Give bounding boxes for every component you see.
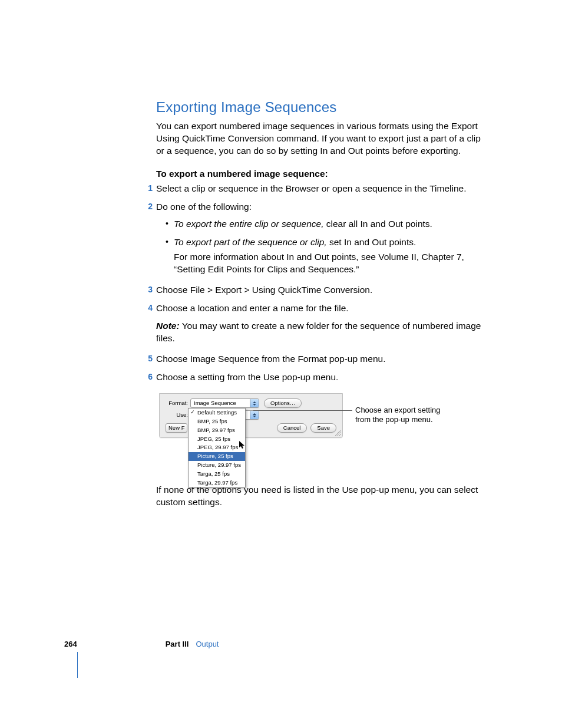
- step-number: 6: [146, 371, 153, 383]
- content-column: Exporting Image Sequences You can export…: [156, 98, 489, 517]
- dialog-figure: Format: Image Sequence Options… Use:: [159, 393, 489, 470]
- dropdown-item[interactable]: JPEG, 29.97 fps: [189, 443, 245, 452]
- export-dialog: Format: Image Sequence Options… Use:: [159, 393, 343, 438]
- footer-rule: [77, 652, 78, 678]
- use-dropdown-menu[interactable]: Default SettingsBMP, 25 fpsBMP, 29.97 fp…: [188, 408, 246, 487]
- footer-section: Output: [196, 639, 219, 650]
- bullet-export-entire: To export the entire clip or sequence, c…: [166, 218, 489, 230]
- svg-marker-0: [239, 441, 244, 449]
- bullet-more: For more information about In and Out po…: [174, 251, 489, 276]
- format-row: Format: Image Sequence Options…: [166, 398, 336, 408]
- dropdown-item[interactable]: BMP, 29.97 fps: [189, 426, 245, 435]
- cancel-button[interactable]: Cancel: [277, 423, 308, 433]
- format-popup[interactable]: Image Sequence: [190, 398, 259, 408]
- step-number: 4: [146, 302, 153, 314]
- step-number: 5: [146, 353, 153, 364]
- step-3: 3 Choose File > Export > Using QuickTime…: [156, 284, 489, 297]
- step-text: Choose a setting from the Use pop-up men…: [156, 372, 338, 382]
- step-number: 2: [146, 201, 153, 212]
- options-button[interactable]: Options…: [264, 398, 302, 408]
- footer-part: Part III: [166, 639, 189, 650]
- callout-text: Choose an export setting from the pop-up…: [355, 406, 449, 425]
- format-popup-value: Image Sequence: [194, 400, 236, 407]
- stepper-icon: [250, 411, 259, 419]
- procedure-heading: To export a numbered image sequence:: [156, 168, 489, 180]
- step-6: 6 Choose a setting from the Use pop-up m…: [156, 371, 489, 384]
- dropdown-item[interactable]: Picture, 29.97 fps: [189, 461, 245, 470]
- step-text: Choose Image Sequence from the Format po…: [156, 354, 385, 364]
- step-4-note: Note: You may want to create a new folde…: [156, 320, 489, 345]
- step-4: 4 Choose a location and enter a name for…: [156, 302, 489, 345]
- bullet-lead: To export part of the sequence or clip,: [174, 237, 327, 247]
- step-number: 1: [146, 183, 153, 194]
- page-footer: 264 Part III Output: [64, 639, 219, 650]
- dropdown-item[interactable]: BMP, 25 fps: [189, 417, 245, 426]
- step-text: Do one of the following:: [156, 202, 252, 212]
- step-text: Choose a location and enter a name for t…: [156, 303, 349, 313]
- page: Exporting Image Sequences You can export…: [0, 0, 562, 728]
- steps-list: 1 Select a clip or sequence in the Brows…: [156, 183, 489, 384]
- step-2: 2 Do one of the following: To export the…: [156, 201, 489, 276]
- dropdown-item[interactable]: Targa, 29.97 fps: [189, 479, 245, 487]
- save-button[interactable]: Save: [310, 423, 336, 433]
- dropdown-item[interactable]: Targa, 25 fps: [189, 470, 245, 479]
- bullet-lead: To export the entire clip or sequence,: [174, 219, 323, 229]
- resize-grip-icon[interactable]: [335, 430, 341, 436]
- stepper-icon: [250, 399, 259, 407]
- step-number: 3: [146, 284, 153, 295]
- section-heading: Exporting Image Sequences: [156, 98, 489, 117]
- dropdown-item[interactable]: JPEG, 25 fps: [189, 435, 245, 444]
- mouse-cursor-icon: [239, 441, 245, 449]
- use-label: Use:: [166, 411, 190, 419]
- step-text: Select a clip or sequence in the Browser…: [156, 183, 466, 193]
- note-label: Note:: [156, 321, 180, 331]
- step-1: 1 Select a clip or sequence in the Brows…: [156, 183, 489, 195]
- intro-paragraph: You can export numbered image sequences …: [156, 120, 489, 157]
- callout-line: [253, 410, 352, 411]
- new-folder-button[interactable]: New F: [166, 423, 187, 433]
- note-text: You may want to create a new folder for …: [156, 321, 481, 343]
- dropdown-item[interactable]: Default Settings: [189, 409, 245, 417]
- step-text: Choose File > Export > Using QuickTime C…: [156, 285, 372, 295]
- bullet-rest: set In and Out points.: [327, 237, 416, 247]
- bullet-export-part: To export part of the sequence or clip, …: [166, 236, 489, 276]
- step-5: 5 Choose Image Sequence from the Format …: [156, 353, 489, 365]
- bullet-rest: clear all In and Out points.: [323, 219, 432, 229]
- format-label: Format:: [166, 400, 190, 407]
- page-number: 264: [64, 639, 77, 650]
- step-2-bullets: To export the entire clip or sequence, c…: [166, 218, 489, 276]
- dropdown-item[interactable]: Picture, 25 fps: [189, 452, 245, 461]
